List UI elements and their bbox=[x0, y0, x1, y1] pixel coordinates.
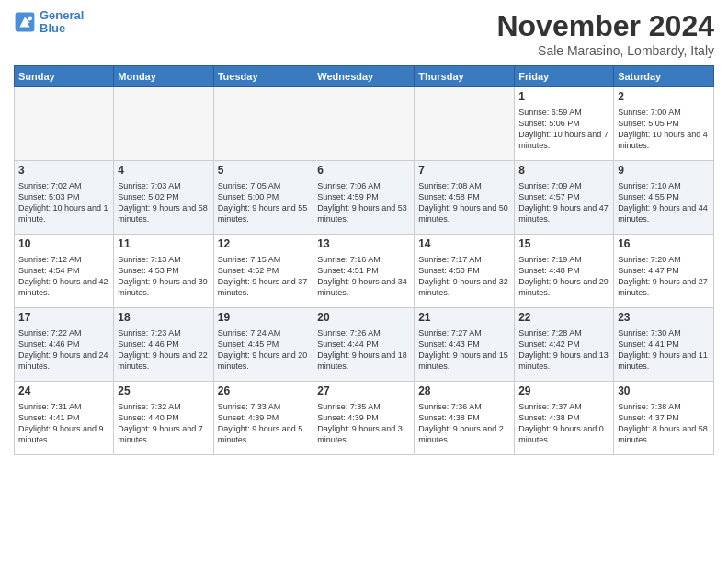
calendar-table: Sunday Monday Tuesday Wednesday Thursday… bbox=[14, 65, 714, 455]
calendar-cell: 30Sunrise: 7:38 AM Sunset: 4:37 PM Dayli… bbox=[614, 382, 714, 455]
day-number: 13 bbox=[317, 237, 410, 252]
day-number: 10 bbox=[18, 237, 109, 252]
calendar-cell: 18Sunrise: 7:23 AM Sunset: 4:46 PM Dayli… bbox=[114, 308, 213, 382]
day-number: 5 bbox=[218, 164, 310, 178]
calendar-cell: 28Sunrise: 7:36 AM Sunset: 4:38 PM Dayli… bbox=[415, 382, 515, 455]
svg-point-2 bbox=[28, 17, 32, 21]
header-sunday: Sunday bbox=[15, 66, 114, 87]
calendar-cell: 2Sunrise: 7:00 AM Sunset: 5:05 PM Daylig… bbox=[614, 87, 714, 161]
header-friday: Friday bbox=[515, 66, 614, 87]
day-number: 12 bbox=[218, 237, 310, 252]
day-number: 19 bbox=[218, 311, 310, 326]
day-number: 15 bbox=[518, 237, 609, 252]
calendar-cell: 11Sunrise: 7:13 AM Sunset: 4:53 PM Dayli… bbox=[114, 235, 213, 308]
calendar-cell bbox=[213, 87, 313, 161]
day-number: 14 bbox=[418, 237, 510, 252]
day-info: Sunrise: 7:20 AM Sunset: 4:47 PM Dayligh… bbox=[618, 254, 710, 299]
calendar-week-2: 10Sunrise: 7:12 AM Sunset: 4:54 PM Dayli… bbox=[15, 235, 714, 308]
calendar-cell: 19Sunrise: 7:24 AM Sunset: 4:45 PM Dayli… bbox=[213, 308, 313, 382]
day-number: 23 bbox=[618, 311, 710, 326]
day-number: 11 bbox=[118, 237, 209, 252]
day-info: Sunrise: 7:08 AM Sunset: 4:58 PM Dayligh… bbox=[418, 180, 510, 225]
day-number: 17 bbox=[18, 311, 109, 326]
day-info: Sunrise: 7:28 AM Sunset: 4:42 PM Dayligh… bbox=[518, 327, 609, 373]
day-info: Sunrise: 7:37 AM Sunset: 4:38 PM Dayligh… bbox=[518, 401, 609, 446]
logo-icon bbox=[14, 11, 36, 33]
day-number: 3 bbox=[18, 164, 109, 178]
day-info: Sunrise: 7:27 AM Sunset: 4:43 PM Dayligh… bbox=[418, 327, 510, 373]
calendar-cell: 10Sunrise: 7:12 AM Sunset: 4:54 PM Dayli… bbox=[15, 235, 114, 308]
header: General Blue November 2024 Sale Marasino… bbox=[14, 9, 714, 58]
day-number: 1 bbox=[518, 90, 609, 105]
day-info: Sunrise: 7:00 AM Sunset: 5:05 PM Dayligh… bbox=[618, 107, 710, 152]
day-number: 7 bbox=[418, 164, 510, 178]
header-tuesday: Tuesday bbox=[213, 66, 313, 87]
day-number: 29 bbox=[518, 385, 609, 399]
header-monday: Monday bbox=[114, 66, 213, 87]
day-number: 22 bbox=[518, 311, 609, 326]
logo-text: General Blue bbox=[40, 9, 84, 36]
calendar-cell: 12Sunrise: 7:15 AM Sunset: 4:52 PM Dayli… bbox=[213, 235, 313, 308]
day-info: Sunrise: 7:15 AM Sunset: 4:52 PM Dayligh… bbox=[218, 254, 310, 299]
day-info: Sunrise: 7:33 AM Sunset: 4:39 PM Dayligh… bbox=[218, 401, 310, 446]
day-info: Sunrise: 7:36 AM Sunset: 4:38 PM Dayligh… bbox=[418, 401, 510, 446]
calendar-week-4: 24Sunrise: 7:31 AM Sunset: 4:41 PM Dayli… bbox=[15, 382, 714, 455]
day-number: 8 bbox=[518, 164, 609, 178]
day-number: 30 bbox=[618, 385, 710, 399]
location: Sale Marasino, Lombardy, Italy bbox=[496, 43, 714, 58]
day-info: Sunrise: 7:03 AM Sunset: 5:02 PM Dayligh… bbox=[118, 180, 209, 225]
calendar-cell: 29Sunrise: 7:37 AM Sunset: 4:38 PM Dayli… bbox=[515, 382, 614, 455]
header-wednesday: Wednesday bbox=[313, 66, 415, 87]
day-info: Sunrise: 7:02 AM Sunset: 5:03 PM Dayligh… bbox=[18, 180, 109, 225]
day-info: Sunrise: 7:12 AM Sunset: 4:54 PM Dayligh… bbox=[18, 254, 109, 299]
calendar-cell: 3Sunrise: 7:02 AM Sunset: 5:03 PM Daylig… bbox=[15, 161, 114, 235]
page: General Blue November 2024 Sale Marasino… bbox=[0, 0, 728, 563]
calendar-cell: 17Sunrise: 7:22 AM Sunset: 4:46 PM Dayli… bbox=[15, 308, 114, 382]
day-number: 4 bbox=[118, 164, 209, 178]
day-info: Sunrise: 7:31 AM Sunset: 4:41 PM Dayligh… bbox=[18, 401, 109, 446]
day-number: 25 bbox=[118, 385, 209, 399]
day-info: Sunrise: 7:13 AM Sunset: 4:53 PM Dayligh… bbox=[118, 254, 209, 299]
day-info: Sunrise: 7:38 AM Sunset: 4:37 PM Dayligh… bbox=[618, 401, 710, 446]
day-info: Sunrise: 7:26 AM Sunset: 4:44 PM Dayligh… bbox=[317, 327, 410, 373]
calendar-cell: 26Sunrise: 7:33 AM Sunset: 4:39 PM Dayli… bbox=[213, 382, 313, 455]
day-number: 27 bbox=[317, 385, 410, 399]
calendar-cell: 13Sunrise: 7:16 AM Sunset: 4:51 PM Dayli… bbox=[313, 235, 415, 308]
day-info: Sunrise: 6:59 AM Sunset: 5:06 PM Dayligh… bbox=[518, 107, 609, 152]
calendar-cell bbox=[15, 87, 114, 161]
month-title: November 2024 bbox=[496, 9, 714, 43]
day-number: 28 bbox=[418, 385, 510, 399]
calendar-cell: 6Sunrise: 7:06 AM Sunset: 4:59 PM Daylig… bbox=[313, 161, 415, 235]
day-info: Sunrise: 7:17 AM Sunset: 4:50 PM Dayligh… bbox=[418, 254, 510, 299]
header-thursday: Thursday bbox=[415, 66, 515, 87]
calendar-week-3: 17Sunrise: 7:22 AM Sunset: 4:46 PM Dayli… bbox=[15, 308, 714, 382]
calendar-header-row: Sunday Monday Tuesday Wednesday Thursday… bbox=[15, 66, 714, 87]
calendar-cell: 4Sunrise: 7:03 AM Sunset: 5:02 PM Daylig… bbox=[114, 161, 213, 235]
calendar-cell: 24Sunrise: 7:31 AM Sunset: 4:41 PM Dayli… bbox=[15, 382, 114, 455]
calendar-cell: 22Sunrise: 7:28 AM Sunset: 4:42 PM Dayli… bbox=[515, 308, 614, 382]
calendar-cell: 25Sunrise: 7:32 AM Sunset: 4:40 PM Dayli… bbox=[114, 382, 213, 455]
day-info: Sunrise: 7:23 AM Sunset: 4:46 PM Dayligh… bbox=[118, 327, 209, 373]
day-number: 20 bbox=[317, 311, 410, 326]
calendar-cell: 7Sunrise: 7:08 AM Sunset: 4:58 PM Daylig… bbox=[415, 161, 515, 235]
calendar-cell: 16Sunrise: 7:20 AM Sunset: 4:47 PM Dayli… bbox=[614, 235, 714, 308]
day-number: 6 bbox=[317, 164, 410, 178]
day-info: Sunrise: 7:35 AM Sunset: 4:39 PM Dayligh… bbox=[317, 401, 410, 446]
calendar-cell: 21Sunrise: 7:27 AM Sunset: 4:43 PM Dayli… bbox=[415, 308, 515, 382]
day-info: Sunrise: 7:24 AM Sunset: 4:45 PM Dayligh… bbox=[218, 327, 310, 373]
calendar-cell: 27Sunrise: 7:35 AM Sunset: 4:39 PM Dayli… bbox=[313, 382, 415, 455]
calendar-cell bbox=[114, 87, 213, 161]
calendar-cell: 9Sunrise: 7:10 AM Sunset: 4:55 PM Daylig… bbox=[614, 161, 714, 235]
calendar-week-1: 3Sunrise: 7:02 AM Sunset: 5:03 PM Daylig… bbox=[15, 161, 714, 235]
day-info: Sunrise: 7:05 AM Sunset: 5:00 PM Dayligh… bbox=[218, 180, 310, 225]
day-info: Sunrise: 7:10 AM Sunset: 4:55 PM Dayligh… bbox=[618, 180, 710, 225]
day-info: Sunrise: 7:32 AM Sunset: 4:40 PM Dayligh… bbox=[118, 401, 209, 446]
day-info: Sunrise: 7:22 AM Sunset: 4:46 PM Dayligh… bbox=[18, 327, 109, 373]
calendar-cell: 15Sunrise: 7:19 AM Sunset: 4:48 PM Dayli… bbox=[515, 235, 614, 308]
day-number: 2 bbox=[618, 90, 710, 105]
title-section: November 2024 Sale Marasino, Lombardy, I… bbox=[496, 9, 714, 58]
calendar-cell bbox=[415, 87, 515, 161]
calendar-cell: 5Sunrise: 7:05 AM Sunset: 5:00 PM Daylig… bbox=[213, 161, 313, 235]
day-number: 21 bbox=[418, 311, 510, 326]
day-number: 9 bbox=[618, 164, 710, 178]
